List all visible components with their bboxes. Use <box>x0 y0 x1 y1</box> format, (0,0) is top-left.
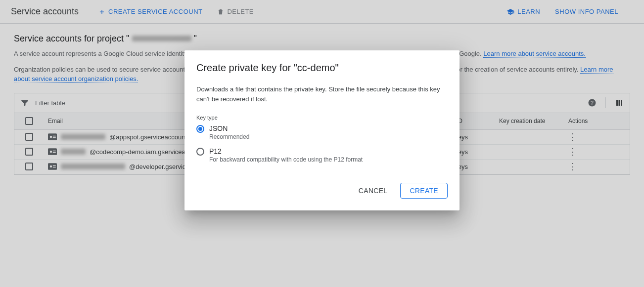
cancel-button[interactable]: CANCEL <box>352 183 395 199</box>
radio-json-label: JSON <box>209 124 249 132</box>
radio-p12-label: P12 <box>209 147 363 155</box>
create-key-dialog: Create private key for "cc-demo" Downloa… <box>184 50 460 210</box>
dialog-hint: Downloads a file that contains the priva… <box>196 84 448 104</box>
key-type-option-json[interactable]: JSON Recommended <box>196 124 448 140</box>
radio-p12-sub: For backward compatibility with code usi… <box>209 156 363 163</box>
key-type-label: Key type <box>196 115 448 121</box>
radio-p12[interactable] <box>196 148 204 156</box>
radio-json[interactable] <box>196 125 204 133</box>
modal-overlay[interactable]: Create private key for "cc-demo" Downloa… <box>0 0 644 287</box>
dialog-actions: CANCEL CREATE <box>196 183 448 199</box>
create-button[interactable]: CREATE <box>400 183 448 199</box>
key-type-option-p12[interactable]: P12 For backward compatibility with code… <box>196 147 448 163</box>
dialog-title: Create private key for "cc-demo" <box>196 62 448 74</box>
radio-json-sub: Recommended <box>209 133 249 140</box>
